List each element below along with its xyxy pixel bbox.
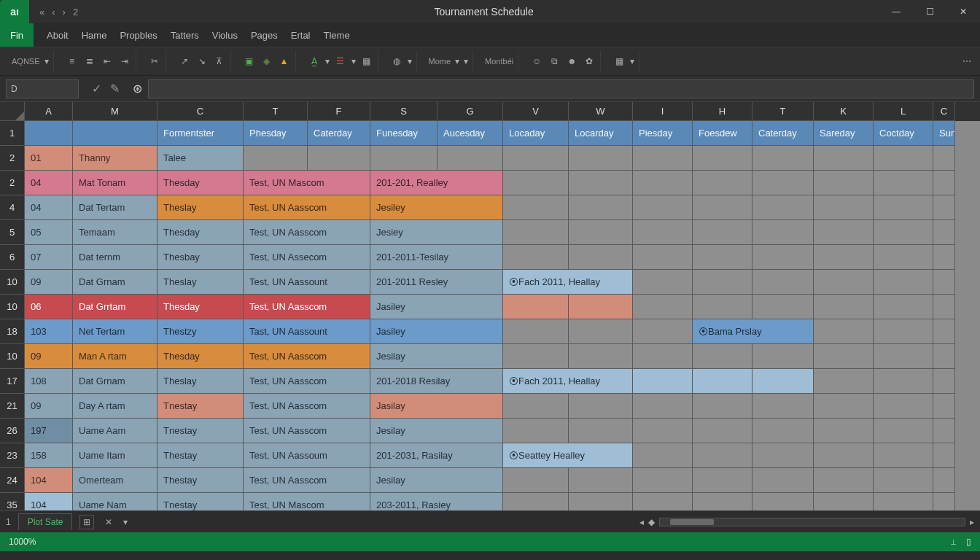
data-cell[interactable]: Uame Aam <box>73 419 158 443</box>
data-cell[interactable] <box>569 195 633 220</box>
row-header[interactable]: 35 <box>0 493 25 510</box>
data-cell[interactable]: 201-2018 Resilay <box>370 369 503 394</box>
data-cell[interactable] <box>933 394 955 419</box>
column-header[interactable]: C <box>158 102 244 121</box>
data-cell[interactable]: Uame Itam <box>73 443 158 468</box>
fill-green-icon[interactable]: ▣ <box>243 55 256 68</box>
globe-icon[interactable]: ◍ <box>390 55 403 68</box>
scroll-thumb[interactable] <box>670 519 714 525</box>
menu-item[interactable]: Propbles <box>120 30 157 41</box>
data-cell[interactable] <box>814 245 874 270</box>
data-cell[interactable] <box>569 468 633 493</box>
data-cell[interactable] <box>752 369 814 394</box>
data-cell[interactable]: ⦿Fach 2011, Heallay <box>503 369 633 394</box>
row-header[interactable]: 10 <box>0 270 25 295</box>
data-cell[interactable] <box>933 369 955 394</box>
maximize-button[interactable]: ☐ <box>913 0 946 23</box>
data-cell[interactable] <box>814 468 874 493</box>
sheet-tab-active[interactable]: Plot Sate <box>18 513 73 530</box>
data-cell[interactable] <box>814 344 874 369</box>
data-cell[interactable]: Dat Grnam <box>73 369 158 394</box>
data-cell[interactable] <box>874 443 933 468</box>
select-all-corner[interactable] <box>0 102 25 121</box>
minimize-button[interactable]: — <box>879 0 913 23</box>
data-cell[interactable] <box>693 344 752 369</box>
column-header[interactable]: G <box>438 102 503 121</box>
data-cell[interactable] <box>814 171 874 195</box>
data-cell[interactable]: Jasiley <box>370 319 503 344</box>
data-cell[interactable]: 05 <box>25 220 73 245</box>
file-tab[interactable]: Fin <box>0 23 34 47</box>
data-cell[interactable] <box>569 245 633 270</box>
data-cell[interactable] <box>633 245 693 270</box>
data-cell[interactable]: Thestay <box>158 443 244 468</box>
data-cell[interactable] <box>933 245 955 270</box>
data-cell[interactable] <box>933 146 955 171</box>
data-cell[interactable]: Day A rtam <box>73 394 158 419</box>
person-icon[interactable]: ☺ <box>530 55 543 68</box>
data-cell[interactable] <box>874 419 933 443</box>
column-header[interactable]: T <box>244 102 308 121</box>
header-cell[interactable]: Foesdew <box>693 121 752 146</box>
data-cell[interactable]: Temaam <box>73 220 158 245</box>
data-cell[interactable]: 104 <box>25 493 73 510</box>
data-cell[interactable] <box>752 394 814 419</box>
data-cell[interactable] <box>633 394 693 419</box>
data-cell[interactable] <box>814 419 874 443</box>
data-cell[interactable]: Man A rtam <box>73 344 158 369</box>
data-cell[interactable] <box>633 295 693 319</box>
data-cell[interactable] <box>814 319 874 344</box>
grid-icon[interactable]: ▦ <box>612 55 626 68</box>
data-cell[interactable] <box>874 394 933 419</box>
data-cell[interactable] <box>633 419 693 443</box>
menu-item[interactable]: Violus <box>212 30 238 41</box>
data-cell[interactable]: Theslay <box>158 369 244 394</box>
data-cell[interactable] <box>693 419 752 443</box>
data-cell[interactable] <box>874 146 933 171</box>
dropdown-icon[interactable]: ▾ <box>464 56 468 66</box>
data-cell[interactable] <box>503 220 569 245</box>
header-cell[interactable]: Phesday <box>244 121 308 146</box>
data-cell[interactable]: Jesiey <box>370 220 503 245</box>
menu-item[interactable]: Aboit <box>47 30 69 41</box>
row-header[interactable]: 10 <box>0 295 25 319</box>
data-cell[interactable] <box>874 295 933 319</box>
nav-first-icon[interactable]: « <box>39 7 44 18</box>
data-cell[interactable]: Uame Nam <box>73 493 158 510</box>
menu-item[interactable]: Hame <box>82 30 107 41</box>
data-cell[interactable]: Thesday <box>158 295 244 319</box>
data-cell[interactable] <box>752 146 814 171</box>
data-cell[interactable] <box>569 171 633 195</box>
data-cell[interactable]: Tnestay <box>158 394 244 419</box>
warning-icon[interactable]: ▲ <box>278 55 291 68</box>
data-cell[interactable] <box>874 319 933 344</box>
data-cell[interactable] <box>693 493 752 510</box>
data-cell[interactable] <box>244 146 308 171</box>
format-painter-icon[interactable]: ✂ <box>148 55 161 68</box>
name-box[interactable]: D <box>6 79 79 98</box>
data-cell[interactable] <box>933 195 955 220</box>
data-cell[interactable] <box>633 443 693 468</box>
header-cell[interactable]: Locaday <box>503 121 569 146</box>
data-cell[interactable] <box>569 319 633 344</box>
menu-item[interactable]: Pages <box>251 30 278 41</box>
sheet-new-icon[interactable]: ⊞ <box>79 515 94 529</box>
data-cell[interactable] <box>693 394 752 419</box>
align-left-icon[interactable]: ≡ <box>66 55 79 68</box>
data-cell[interactable] <box>569 493 633 510</box>
menu-item[interactable]: Tatters <box>171 30 199 41</box>
data-cell[interactable] <box>503 245 569 270</box>
menu-item[interactable]: Tleme <box>324 30 350 41</box>
tag-icon[interactable]: ⧉ <box>548 55 561 68</box>
indent-increase-icon[interactable]: ⇥ <box>118 55 131 68</box>
data-cell[interactable]: Test, UN Aasscom <box>244 195 370 220</box>
dropdown-icon[interactable]: ▾ <box>408 56 412 66</box>
data-cell[interactable]: 201-201, Realley <box>370 171 503 195</box>
data-cell[interactable]: Dat Grnam <box>73 270 158 295</box>
data-cell[interactable]: 203-2011, Rasiey <box>370 493 503 510</box>
data-cell[interactable] <box>814 270 874 295</box>
data-cell[interactable] <box>633 195 693 220</box>
formula-input[interactable] <box>148 79 974 98</box>
row-header[interactable]: 6 <box>0 245 25 270</box>
align-center-icon[interactable]: ≣ <box>83 55 96 68</box>
